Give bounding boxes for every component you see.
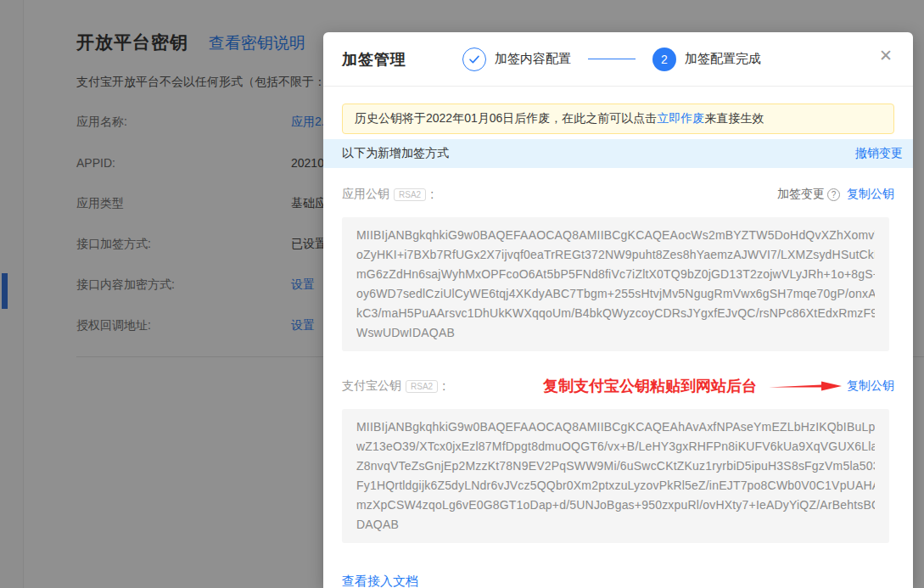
- red-arrow-icon: [769, 378, 842, 395]
- rsa2-tag: RSA2: [406, 380, 438, 393]
- key-line: mG6zZdHn6sajWyhMxOPFcoO6At5bP5FNd8fiVc7i…: [356, 265, 875, 284]
- step2-number-badge: 2: [652, 48, 676, 71]
- colon: :: [430, 188, 434, 201]
- step1-label: 加签内容配置: [495, 51, 571, 67]
- warning-banner: 历史公钥将于2022年01月06日后作废，在此之前可以点击立即作废来直接生效: [342, 104, 894, 134]
- colon: :: [442, 379, 445, 393]
- key-line: kC3/maH5PuAArsvc1DhUkKWXqqoUm/B4bkQWyzco…: [356, 304, 875, 323]
- key-line: mzXpCSW4zqoLg6vE0G8GT1oDap+d/5UNJoBgas+9…: [356, 496, 875, 515]
- key-line: MIIBIjANBgkqhkiG9w0BAQEFAAOCAQ8AMIIBCgKC…: [356, 226, 875, 245]
- alipay-public-key-header: 支付宝公钥 RSA2 : 复制支付宝公钥粘贴到网站后台 复制公钥: [342, 377, 894, 395]
- sign-change-label: 加签变更: [777, 187, 825, 202]
- app-public-key-label: 应用公钥: [342, 187, 389, 202]
- key-line: oZyHKI+i7BXb7RfUGx2X7ijvqf0eaTrREGt372NW…: [356, 245, 875, 265]
- alipay-public-key-label: 支付宝公钥: [342, 378, 401, 394]
- app-public-key-box[interactable]: MIIBIjANBgkqhkiG9w0BAQEFAAOCAQ8AMIIBCgKC…: [342, 217, 889, 351]
- key-line: DAQAB: [356, 515, 875, 535]
- stepper: 加签内容配置 2 加签配置完成: [462, 48, 761, 71]
- modal-header: 加签管理 加签内容配置 2 加签配置完成 ✕: [323, 32, 913, 87]
- step1-check-icon: [462, 48, 486, 71]
- copy-app-public-key-link[interactable]: 复制公钥: [847, 187, 894, 202]
- key-line: Fy1HQrtldgijk6Z5dyLNdr6vJVcz5QQbr0Xm2ptx…: [356, 476, 875, 496]
- key-line: WswUDwIDAQAB: [356, 323, 875, 343]
- warning-text: 历史公钥将于2022年01月06日后作废，在此之前可以点击: [355, 111, 657, 126]
- key-line: wZ13eO39/XTcx0jxEzl87MfDpgt8dmuOQGT6/vx+…: [356, 437, 875, 456]
- close-icon[interactable]: ✕: [879, 48, 893, 64]
- copy-alipay-public-key-link[interactable]: 复制公钥: [847, 378, 894, 394]
- help-icon[interactable]: ?: [827, 188, 840, 201]
- notice-bar: 以下为新增加签方式 撤销变更: [323, 139, 913, 168]
- copy-key-annotation: 复制支付宝公钥粘贴到网站后台: [543, 376, 757, 396]
- notice-text: 以下为新增加签方式: [342, 146, 449, 161]
- step-connector: [588, 59, 636, 59]
- modal-title: 加签管理: [342, 49, 406, 70]
- step2-label: 加签配置完成: [685, 51, 761, 67]
- rsa2-tag: RSA2: [394, 188, 426, 201]
- app-public-key-header: 应用公钥 RSA2 : 加签变更 ? 复制公钥: [342, 185, 894, 204]
- screen: 开放平台密钥 查看密钥说明 支付宝开放平台不会以任何形式（包括不限于： 应用名称…: [0, 0, 924, 588]
- view-docs-link[interactable]: 查看接入文档: [342, 574, 418, 588]
- warning-text: 来直接生效: [704, 111, 764, 126]
- invalidate-now-link[interactable]: 立即作废: [657, 111, 704, 126]
- signature-management-modal: 加签管理 加签内容配置 2 加签配置完成 ✕ 历史公钥将于2022年01月06日…: [323, 32, 913, 588]
- key-line: MIIBIjANBgkqhkiG9w0BAQEFAAOCAQ8AMIIBCgKC…: [356, 417, 875, 437]
- revert-change-link[interactable]: 撤销变更: [855, 146, 903, 161]
- key-line: Z8nvqVTeZsGnjEp2MzzKt78N9EV2PqSWW9Mi/6uS…: [356, 456, 875, 476]
- modal-body: 历史公钥将于2022年01月06日后作废，在此之前可以点击立即作废来直接生效 以…: [323, 87, 913, 588]
- key-line: oy6WD7sedlCziUlCyWE6tqj4XKdyABC7Tbgm+255…: [356, 284, 875, 304]
- alipay-public-key-box[interactable]: MIIBIjANBgkqhkiG9w0BAQEFAAOCAQ8AMIIBCgKC…: [342, 409, 889, 543]
